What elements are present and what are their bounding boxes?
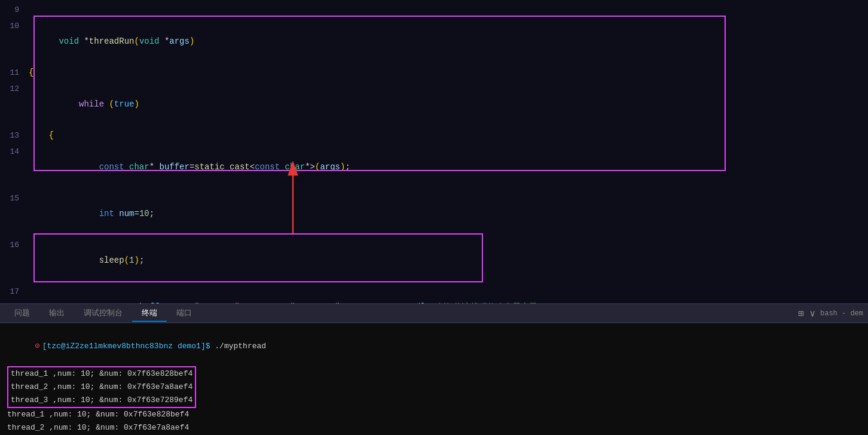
bottom-panel: 问题 输出 调试控制台 终端 端口 ⊞ ∨ bash - dem ⊙[tzc@i…: [0, 303, 868, 435]
code-line-14: 14 const char* buffer=static_cast<const …: [0, 144, 868, 190]
code-line-10: 10 void *threadRun(void *args): [0, 18, 868, 65]
code-line-12: 12 while (true): [0, 81, 868, 127]
code-editor: 9 10 void *threadRun(void *args) 11 { 12…: [0, 0, 868, 303]
terminal-output-line-5: thread_2 ,num: 10; &num: 0x7f63e7a8aef4: [7, 421, 861, 434]
panel-layout-icon[interactable]: ⊞ ∨: [798, 308, 815, 320]
terminal-output[interactable]: ⊙[tzc@iZ2ze1lmkmev8bthnc83bnz demo1]$ ./…: [0, 323, 868, 435]
tab-debug-console[interactable]: 调试控制台: [74, 305, 132, 322]
terminal-prompt-line: ⊙[tzc@iZ2ze1lmkmev8bthnc83bnz demo1]$ ./…: [7, 327, 861, 366]
panel-shell-label: bash - dem: [820, 309, 863, 318]
code-line-9: 9: [0, 2, 868, 18]
panel-tab-bar: 问题 输出 调试控制台 终端 端口 ⊞ ∨ bash - dem: [0, 304, 868, 323]
terminal-output-line-4: thread_1 ,num: 10; &num: 0x7f63e828bef4: [7, 408, 861, 421]
terminal-output-line-2: thread_2 ,num: 10; &num: 0x7f63e7a8aef4: [11, 381, 192, 394]
error-indicator: ⊙: [35, 342, 40, 351]
code-line-13: 13 {: [0, 127, 868, 144]
tab-problems[interactable]: 问题: [5, 305, 39, 322]
tab-ports[interactable]: 端口: [167, 305, 201, 322]
code-line-15: 15 int num=10;: [0, 190, 868, 237]
terminal-output-line-1: thread_1 ,num: 10; &num: 0x7f63e828bef4: [11, 367, 192, 381]
tab-terminal[interactable]: 终端: [132, 305, 167, 322]
terminal-highlight-box: thread_1 ,num: 10; &num: 0x7f63e828bef4 …: [7, 366, 196, 408]
terminal-output-line-3: thread_3 ,num: 10; &num: 0x7f63e7289ef4: [11, 394, 192, 407]
code-line-17: 17 cout << buffer << " ,num: " << num <<…: [0, 284, 868, 303]
tab-output[interactable]: 输出: [39, 305, 74, 322]
code-line-11: 11 {: [0, 65, 868, 81]
code-line-16: 16 sleep(1);: [0, 237, 868, 284]
